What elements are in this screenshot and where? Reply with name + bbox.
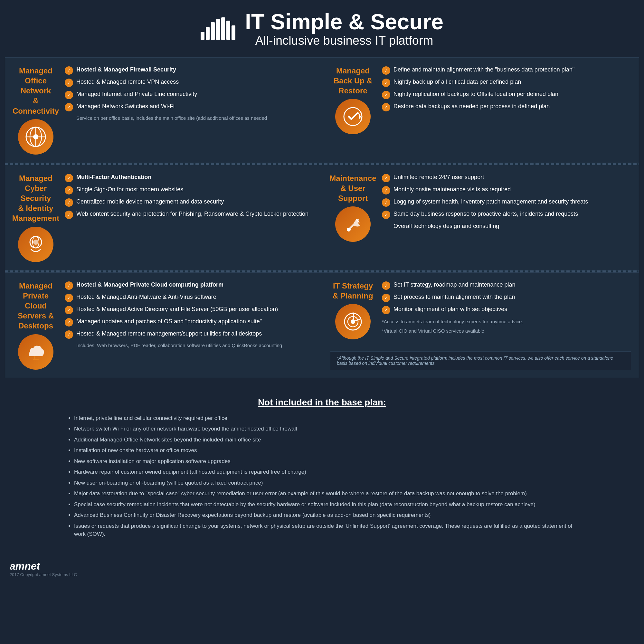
logo-bar-2 bbox=[206, 27, 210, 40]
maintenance-section: Maintenance & UserSupport ✓ Unlimited re… bbox=[322, 165, 639, 270]
strategy-inner: IT Strategy & Planning ✓ bbox=[330, 281, 631, 339]
strategy-note-1: *Access to amnets team of technology exp… bbox=[382, 318, 631, 325]
check-icon: ✓ bbox=[382, 281, 390, 290]
feature-item: ✓ Hosted & Managed Active Directory and … bbox=[65, 305, 314, 314]
feature-text: Managed updates and patches of OS and "p… bbox=[76, 317, 262, 326]
list-item: Hardware repair of customer owned equipm… bbox=[74, 468, 580, 476]
network-inner: Managed Office Network& Connectivity bbox=[13, 66, 314, 155]
strategy-note-2: *Virtual CIO and Virtual CISO services a… bbox=[382, 327, 631, 334]
check-icon: ✓ bbox=[65, 306, 73, 314]
feature-text: Nightly back up of all critical data per… bbox=[393, 78, 521, 86]
strategy-left: IT Strategy & Planning bbox=[330, 281, 375, 339]
network-section: Managed Office Network& Connectivity bbox=[5, 57, 322, 163]
cloud-left: Managed Private CloudServers & Desktops bbox=[13, 281, 58, 370]
strategy-footer-note: *Although the IT Simple and Secure integ… bbox=[330, 351, 631, 370]
cyber-icon bbox=[18, 227, 53, 262]
check-icon: ✓ bbox=[65, 294, 73, 302]
check-icon: ✓ bbox=[382, 174, 390, 182]
feature-text: Multi-Factor Authentication bbox=[76, 173, 151, 181]
feature-text: Monthly onsite maintenance visits as req… bbox=[393, 185, 511, 194]
backup-left: Managed Back Up &Restore bbox=[330, 66, 375, 135]
cloud-inner: Managed Private CloudServers & Desktops … bbox=[13, 281, 314, 370]
feature-text: Define and maintain alignment with the "… bbox=[393, 66, 574, 74]
check-icon: ✓ bbox=[65, 186, 73, 194]
check-icon: ✓ bbox=[65, 318, 73, 327]
check-icon: ✓ bbox=[382, 103, 390, 111]
feature-text: Logging of system health, inventory patc… bbox=[393, 198, 588, 206]
maintenance-title: Maintenance & UserSupport bbox=[329, 173, 376, 204]
list-item: Issues or requests that produce a signif… bbox=[74, 522, 580, 538]
network-features: ✓ Hosted & Managed Firewall Security ✓ H… bbox=[65, 66, 314, 155]
logo-bar-5 bbox=[221, 17, 225, 40]
cybersecurity-section: Managed Cyber Security& Identity Managem… bbox=[5, 165, 322, 270]
list-item: New software installation or major appli… bbox=[74, 457, 580, 466]
feature-item: ✓ Multi-Factor Authentication bbox=[65, 173, 314, 182]
feature-item: ✓ Nightly back up of all critical data p… bbox=[382, 78, 631, 87]
strategy-features: ✓ Set IT strategy, roadmap and maintenan… bbox=[382, 281, 631, 339]
logo-bar-4 bbox=[216, 19, 220, 40]
page-footer: amnet 2017 Copyright amnet Systems LLC bbox=[0, 554, 644, 583]
feature-item: ✓ Define and maintain alignment with the… bbox=[382, 66, 631, 75]
list-item: New user on-boarding or off-boarding (wi… bbox=[74, 479, 580, 487]
feature-item: ✓ Single Sign-On for most modern website… bbox=[65, 185, 314, 194]
feature-text: Set IT strategy, roadmap and maintenance… bbox=[393, 281, 516, 289]
check-icon: ✓ bbox=[382, 294, 390, 302]
check-icon: ✓ bbox=[65, 91, 73, 99]
feature-item: ✓ Hosted & Managed Private Cloud computi… bbox=[65, 281, 314, 290]
cloud-features: ✓ Hosted & Managed Private Cloud computi… bbox=[65, 281, 314, 370]
not-included-title: Not included in the base plan: bbox=[64, 397, 580, 408]
feature-item: ✓ Managed Network Switches and Wi-Fi bbox=[65, 102, 314, 111]
check-icon: ✓ bbox=[382, 66, 390, 75]
logo-area bbox=[201, 17, 235, 40]
list-item: Special case security remediation incide… bbox=[74, 500, 580, 509]
cyber-left: Managed Cyber Security& Identity Managem… bbox=[13, 173, 58, 262]
feature-item: ✓ Set process to maintain alignment with… bbox=[382, 293, 631, 302]
cloud-title: Managed Private CloudServers & Desktops bbox=[13, 281, 58, 331]
check-icon: ✓ bbox=[65, 174, 73, 182]
check-icon: ✓ bbox=[65, 211, 73, 219]
strategy-section: IT Strategy & Planning ✓ bbox=[322, 272, 639, 378]
feature-text: Same day business response to proactive … bbox=[393, 210, 578, 218]
check-icon: ✓ bbox=[65, 198, 73, 207]
feature-text: Hosted & Managed Anti-Malware & Anti-Vir… bbox=[76, 293, 216, 301]
cloud-icon bbox=[18, 334, 53, 370]
list-item: Network switch Wi Fi or any other networ… bbox=[74, 425, 580, 433]
logo-bar-7 bbox=[232, 25, 235, 40]
feature-item: ✓ Hosted & Managed remote VPN access bbox=[65, 78, 314, 87]
logo-bar-3 bbox=[211, 22, 215, 40]
backup-title: Managed Back Up &Restore bbox=[330, 66, 375, 96]
svg-point-9 bbox=[347, 228, 351, 232]
feature-item: ✓ Restore data backups as needed per pro… bbox=[382, 102, 631, 111]
feature-item: ✓ Logging of system health, inventory pa… bbox=[382, 198, 631, 207]
list-item: Major data restoration due to "special c… bbox=[74, 489, 580, 498]
feature-text: Managed Network Switches and Wi-Fi bbox=[76, 102, 175, 110]
network-left: Managed Office Network& Connectivity bbox=[13, 66, 58, 155]
row-1: Managed Office Network& Connectivity bbox=[5, 57, 639, 378]
check-icon: ✓ bbox=[382, 186, 390, 194]
list-item: Internet, private line and cellular conn… bbox=[74, 414, 580, 422]
page-subtitle: All-inclusive business IT platform bbox=[245, 34, 443, 48]
feature-item: ✓ Hosted & Managed remote management/sup… bbox=[65, 330, 314, 339]
list-item: Advanced Business Continuity or Disaster… bbox=[74, 511, 580, 519]
amnet-brand: amnet 2017 Copyright amnet Systems LLC bbox=[10, 560, 77, 577]
feature-note: Includes: Web browsers, PDF reader, coll… bbox=[76, 342, 314, 349]
feature-item: ✓ Nightly replication of backups to Offs… bbox=[382, 90, 631, 99]
feature-text: Centralized mobile device management and… bbox=[76, 198, 224, 206]
cloud-section: Managed Private CloudServers & Desktops … bbox=[5, 272, 322, 378]
feature-item: ✓ Hosted & Managed Anti-Malware & Anti-V… bbox=[65, 293, 314, 302]
maintenance-inner: Maintenance & UserSupport ✓ Unlimited re… bbox=[330, 173, 631, 242]
feature-text: Hosted & Managed Private Cloud computing… bbox=[76, 281, 223, 289]
feature-text: Nightly replication of backups to Offsit… bbox=[393, 90, 558, 98]
feature-item: ✓ Web content security and protection fo… bbox=[65, 210, 314, 219]
logo-bar-1 bbox=[201, 32, 204, 40]
page-header: IT Simple & Secure All-inclusive busines… bbox=[0, 0, 644, 54]
cyber-inner: Managed Cyber Security& Identity Managem… bbox=[13, 173, 314, 262]
cyber-features: ✓ Multi-Factor Authentication ✓ Single S… bbox=[65, 173, 314, 262]
feature-item: ✓ Monitor alignment of plan with set obj… bbox=[382, 305, 631, 314]
feature-text: Single Sign-On for most modern websites bbox=[76, 185, 183, 194]
feature-item: ✓ Monthly onsite maintenance visits as r… bbox=[382, 185, 631, 194]
feature-text: Web content security and protection for … bbox=[76, 210, 308, 218]
maintenance-left: Maintenance & UserSupport bbox=[330, 173, 375, 242]
list-item: Additional Managed Office Network sites … bbox=[74, 436, 580, 444]
feature-item: ✓ Centralized mobile device management a… bbox=[65, 198, 314, 207]
